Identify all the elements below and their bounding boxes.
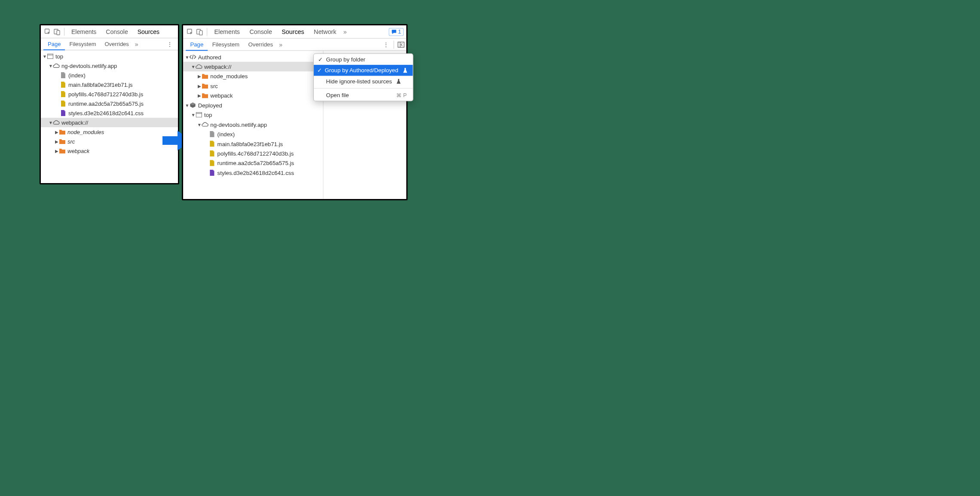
separator <box>207 28 207 36</box>
menu-label: Group by Authored/Deployed <box>325 67 398 73</box>
tree-item-folder[interactable]: ▶webpack <box>41 146 178 156</box>
tab-elements[interactable]: Elements <box>210 26 244 38</box>
file-tree: ▼top ▼ng-devtools.netlify.app (index) ma… <box>41 50 178 157</box>
tree-label: runtime.aa2dc5a72b65a575.js <box>217 160 294 166</box>
tree-label: styles.d3e2b24618d2c641.css <box>217 169 294 176</box>
toggle-panel-icon[interactable] <box>396 41 404 47</box>
tree-item-file[interactable]: (index) <box>183 129 323 139</box>
tree-label: node_modules <box>67 129 104 135</box>
tree-item-file[interactable]: runtime.aa2dc5a72b65a575.js <box>183 158 323 168</box>
subtab-overrides[interactable]: Overrides <box>244 39 277 50</box>
check-icon: ✓ <box>317 67 322 73</box>
subtab-filesystem[interactable]: Filesystem <box>208 39 244 50</box>
tree-item-folder[interactable]: ▶src <box>183 81 323 91</box>
chevron-right-icon[interactable]: » <box>342 28 349 35</box>
chevron-down-icon: ▼ <box>49 64 53 68</box>
menu-hide-ignore-listed[interactable]: Hide ignore-listed sources <box>314 76 413 87</box>
css-file-icon <box>60 110 67 116</box>
tree-label: polyfills.4c768d7122740d3b.js <box>68 91 143 98</box>
svg-rect-3 <box>48 54 53 59</box>
tree-item-domain[interactable]: ▼ng-devtools.netlify.app <box>41 61 178 70</box>
tree-label: webpack <box>210 92 233 99</box>
folder-icon <box>202 73 208 80</box>
deployed-icon <box>189 102 196 109</box>
cloud-icon <box>196 63 202 70</box>
tab-elements[interactable]: Elements <box>67 26 101 38</box>
kebab-menu-icon[interactable]: ⋮ <box>164 41 175 48</box>
inspect-icon[interactable] <box>43 28 52 36</box>
cloud-icon <box>202 121 208 128</box>
tree-label: runtime.aa2dc5a72b65a575.js <box>68 101 144 107</box>
menu-shortcut: ⌘ P <box>388 92 407 98</box>
folder-icon <box>202 83 208 89</box>
chevron-right-icon[interactable]: » <box>133 41 140 48</box>
tree-item-top[interactable]: ▼top <box>41 52 178 61</box>
check-icon: ✓ <box>317 56 323 62</box>
tree-label: (index) <box>68 72 86 79</box>
css-file-icon <box>208 169 215 176</box>
tab-network[interactable]: Network <box>309 26 341 38</box>
tree-label: src <box>210 83 218 89</box>
subtab-page[interactable]: Page <box>43 39 65 50</box>
chevron-down-icon: ▼ <box>185 103 189 107</box>
chevron-right-icon: ▶ <box>55 149 59 153</box>
tree-label: webpack:// <box>61 119 88 126</box>
chevron-right-icon: ▶ <box>197 83 202 88</box>
device-icon[interactable] <box>196 28 204 36</box>
tree-item-file[interactable]: styles.d3e2b24618d2c641.css <box>41 108 178 118</box>
folder-icon <box>59 147 66 154</box>
flask-icon <box>403 67 407 73</box>
tree-item-file[interactable]: main.fa8bfa0e23f1eb71.js <box>41 80 178 89</box>
tree-item-top[interactable]: ▼top <box>183 110 323 119</box>
tree-item-file[interactable]: runtime.aa2dc5a72b65a575.js <box>41 99 178 108</box>
tab-console[interactable]: Console <box>245 26 276 38</box>
tree-item-folder[interactable]: ▶webpack <box>183 91 323 100</box>
tree-item-webpack[interactable]: ▼webpack:// <box>41 118 178 127</box>
separator <box>64 28 64 36</box>
tree-item-folder[interactable]: ▶src <box>41 137 178 146</box>
chevron-down-icon: ▼ <box>43 54 47 59</box>
tree-item-file[interactable]: styles.d3e2b24618d2c641.css <box>183 168 323 178</box>
tree-item-deployed[interactable]: ▼Deployed <box>183 100 323 110</box>
tab-sources[interactable]: Sources <box>277 26 309 38</box>
js-file-icon <box>208 150 215 157</box>
tab-console[interactable]: Console <box>101 26 132 38</box>
js-file-icon <box>60 81 67 88</box>
subtab-filesystem[interactable]: Filesystem <box>65 39 100 49</box>
chevron-down-icon: ▼ <box>185 55 189 59</box>
file-tree: ▼Authored ▼webpack:// ▶node_modules ▶src… <box>183 51 323 199</box>
tree-item-domain[interactable]: ▼ng-devtools.netlify.app <box>183 119 323 129</box>
menu-open-file[interactable]: Open file ⌘ P <box>314 90 413 101</box>
window-icon <box>196 111 202 118</box>
code-icon <box>189 53 196 60</box>
menu-group-by-authored[interactable]: ✓ Group by Authored/Deployed <box>314 65 413 76</box>
tree-item-folder[interactable]: ▶node_modules <box>41 127 178 137</box>
tree-item-file[interactable]: polyfills.4c768d7122740d3b.js <box>41 89 178 99</box>
kebab-menu-icon[interactable]: ⋮ <box>380 41 392 48</box>
issues-badge[interactable]: 1 <box>389 28 404 36</box>
separator <box>394 40 394 48</box>
tab-sources[interactable]: Sources <box>133 26 164 38</box>
tree-item-file[interactable]: main.fa8bfa0e23f1eb71.js <box>183 139 323 148</box>
tree-label: main.fa8bfa0e23f1eb71.js <box>68 82 133 88</box>
menu-group-by-folder[interactable]: ✓ Group by folder <box>314 54 413 65</box>
tree-label: Authored <box>198 54 221 60</box>
tree-label: polyfills.4c768d7122740d3b.js <box>217 150 294 156</box>
tree-item-file[interactable]: polyfills.4c768d7122740d3b.js <box>183 149 323 158</box>
tree-item-authored[interactable]: ▼Authored <box>183 52 323 61</box>
inspect-icon[interactable] <box>186 28 194 36</box>
menu-separator <box>314 88 413 89</box>
menu-label: Hide ignore-listed sources <box>326 78 392 84</box>
device-icon[interactable] <box>53 28 61 36</box>
chevron-right-icon[interactable]: » <box>277 41 284 48</box>
cloud-icon <box>53 62 60 69</box>
subtab-overrides[interactable]: Overrides <box>101 39 133 49</box>
chevron-right-icon: ▶ <box>55 139 59 144</box>
tree-item-folder[interactable]: ▶node_modules <box>183 71 323 81</box>
window-icon <box>47 53 54 60</box>
svg-rect-10 <box>196 113 202 117</box>
tree-item-file[interactable]: (index) <box>41 70 178 80</box>
chevron-down-icon: ▼ <box>49 120 53 125</box>
tree-item-webpack[interactable]: ▼webpack:// <box>183 62 323 71</box>
subtab-page[interactable]: Page <box>186 39 208 51</box>
